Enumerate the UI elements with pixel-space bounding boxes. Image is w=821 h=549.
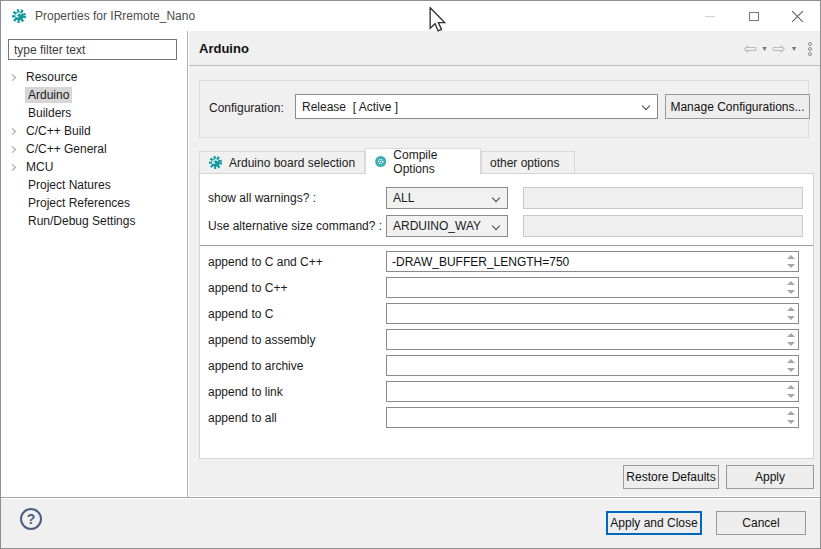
chevron-right-icon[interactable] [9,145,16,152]
append-c-and-cpp-field [386,251,799,272]
chevron-down-icon [492,194,500,202]
scroll-down-icon[interactable] [787,394,795,398]
tab-label: Compile Options [393,148,472,176]
help-icon[interactable]: ? [20,508,42,530]
sidebar: Resource Arduino Builders C/C++ Build C/… [1,31,188,497]
close-icon [792,10,804,22]
scroll-down-icon[interactable] [787,290,795,294]
close-button[interactable] [776,1,820,31]
scroll-down-icon[interactable] [787,264,795,268]
append-link-input[interactable] [386,381,799,402]
scroll-down-icon[interactable] [787,342,795,346]
manage-configurations-button[interactable]: Manage Configurations... [665,94,810,119]
sidebar-item-cpp-general[interactable]: C/C++ General [1,140,187,158]
append-cpp-input[interactable] [386,277,799,298]
append-link-label: append to link [208,381,283,403]
size-command-value: ARDUINO_WAY [393,219,481,233]
maximize-button[interactable] [732,1,776,31]
tab-other-options[interactable]: other options [481,151,575,174]
append-cpp-field [386,277,799,298]
chevron-right-icon[interactable] [9,127,16,134]
chevron-right-icon[interactable] [9,163,16,170]
filter-input[interactable] [8,39,177,60]
forward-dropdown-icon[interactable]: ▾ [792,44,796,53]
page-buttons: Restore Defaults Apply [199,465,814,489]
back-arrow-icon[interactable]: ⇦ [743,41,756,57]
append-all-field [386,407,799,428]
sidebar-item-project-references[interactable]: Project References [1,194,187,212]
properties-tree: Resource Arduino Builders C/C++ Build C/… [1,68,187,230]
sidebar-item-label: Arduino [25,87,72,103]
restore-defaults-button[interactable]: Restore Defaults [623,465,719,489]
warnings-value: ALL [393,191,414,205]
configuration-label: Configuration: [209,101,284,115]
append-c-field [386,303,799,324]
append-archive-input[interactable] [386,355,799,376]
sidebar-item-resource[interactable]: Resource [1,68,187,86]
configuration-select[interactable]: Release [ Active ] [295,94,658,119]
append-c-label: append to C [208,303,273,325]
sidebar-item-mcu[interactable]: MCU [1,158,187,176]
append-archive-label: append to archive [208,355,303,377]
append-all-input[interactable] [386,407,799,428]
apply-and-close-button[interactable]: Apply and Close [606,511,702,535]
chevron-right-icon[interactable] [9,73,16,80]
sidebar-item-cpp-build[interactable]: C/C++ Build [1,122,187,140]
scroll-up-icon[interactable] [787,307,795,311]
sidebar-item-run-debug-settings[interactable]: Run/Debug Settings [1,212,187,230]
cancel-button[interactable]: Cancel [716,511,806,535]
scroll-up-icon[interactable] [787,255,795,259]
append-all-label: append to all [208,407,277,429]
page-header: Arduino ⇦ ▾ ⇨ ▾ [189,31,821,66]
append-assembly-field [386,329,799,350]
scroll-up-icon[interactable] [787,385,795,389]
configuration-value: Release [ Active ] [302,100,398,114]
tab-arduino-board-selection[interactable]: Arduino board selection [199,151,365,174]
append-c-and-cpp-input[interactable] [386,251,799,272]
sidebar-item-label: Run/Debug Settings [25,213,138,229]
warnings-select[interactable]: ALL [386,187,508,209]
compile-gear-icon [374,154,387,169]
forward-arrow-icon[interactable]: ⇨ [773,41,786,57]
scroll-down-icon[interactable] [787,420,795,424]
view-menu-icon[interactable] [808,42,812,56]
append-assembly-input[interactable] [386,329,799,350]
scroll-up-icon[interactable] [787,281,795,285]
page-nav: ⇦ ▾ ⇨ ▾ [743,31,812,66]
sidebar-item-label: Builders [25,105,74,121]
scroll-down-icon[interactable] [787,368,795,372]
minimize-icon [705,16,715,17]
title-bar[interactable]: Properties for IRremote_Nano [1,1,820,31]
tab-compile-options[interactable]: Compile Options [365,148,481,174]
chevron-down-icon [642,102,650,110]
size-command-select[interactable]: ARDUINO_WAY [386,215,508,237]
append-c-input[interactable] [386,303,799,324]
sloeber-gear-icon [11,8,27,24]
sidebar-item-builders[interactable]: Builders [1,104,187,122]
compile-options-pane: show all warnings? : ALL Use alternative… [199,173,814,459]
scroll-up-icon[interactable] [787,411,795,415]
append-c-and-cpp-label: append to C and C++ [208,251,323,273]
sloeber-gear-icon [208,155,223,170]
scroll-up-icon[interactable] [787,333,795,337]
scroll-up-icon[interactable] [787,359,795,363]
back-dropdown-icon[interactable]: ▾ [763,44,767,53]
chevron-down-icon [492,222,500,230]
append-assembly-label: append to assembly [208,329,315,351]
maximize-icon [749,12,759,21]
page-title: Arduino [199,41,249,56]
sidebar-item-label: Project References [25,195,133,211]
sidebar-item-label: Project Natures [25,177,114,193]
tab-label: other options [490,156,559,170]
minimize-button [688,1,732,31]
sidebar-item-label: MCU [23,159,56,175]
properties-dialog: Properties for IRremote_Nano Resource Ar… [0,0,821,549]
append-archive-field [386,355,799,376]
warnings-label: show all warnings? : [208,187,316,209]
sidebar-item-arduino[interactable]: Arduino [1,86,187,104]
append-link-field [386,381,799,402]
apply-button[interactable]: Apply [726,465,814,489]
scroll-down-icon[interactable] [787,316,795,320]
sidebar-item-project-natures[interactable]: Project Natures [1,176,187,194]
sidebar-item-label: C/C++ General [23,141,110,157]
